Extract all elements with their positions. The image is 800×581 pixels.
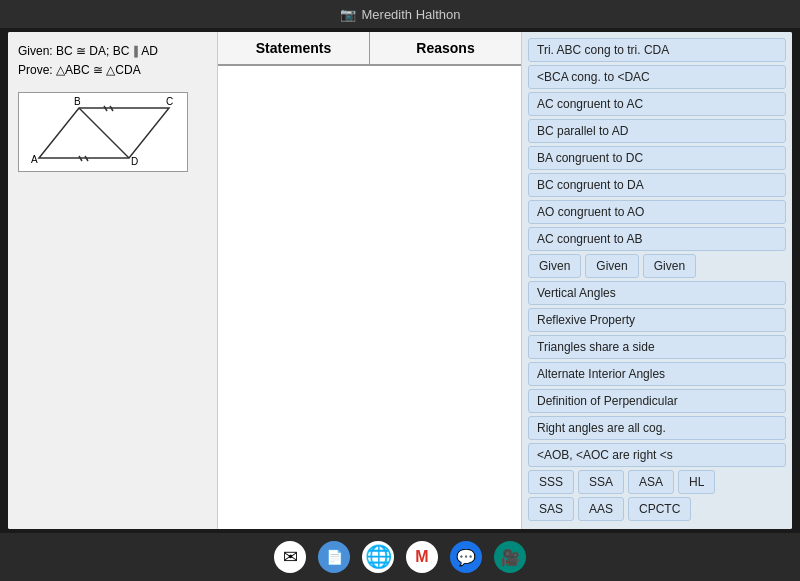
drag-item-aob-aoc[interactable]: <AOB, <AOC are right <s [528,443,786,467]
drag-item-ac-cong-ab[interactable]: AC congruent to AB [528,227,786,251]
table-body [218,66,521,529]
given-btn-2[interactable]: Given [585,254,638,278]
left-panel: Given: BC ≅ DA; BC ∥ AD Prove: △ABC ≅ △C… [8,32,218,529]
drag-item-triangles-share[interactable]: Triangles share a side [528,335,786,359]
drag-item-ba-cong-dc[interactable]: BA congruent to DC [528,146,786,170]
messages-icon[interactable]: 💬 [450,541,482,573]
docs-icon[interactable]: 📄 [318,541,350,573]
svg-text:B: B [74,96,81,107]
hl-btn[interactable]: HL [678,470,715,494]
drag-item-bc-parallel[interactable]: BC parallel to AD [528,119,786,143]
drag-item-ao-cong-ao[interactable]: AO congruent to AO [528,200,786,224]
sas-btn[interactable]: SAS [528,497,574,521]
meet-icon[interactable]: 🎥 [494,541,526,573]
drag-item-right-angles[interactable]: Right angles are all cog. [528,416,786,440]
right-panel: Tri. ABC cong to tri. CDA <BCA cong. to … [522,32,792,529]
table-header: Statements Reasons [218,32,521,66]
screen-area: Given: BC ≅ DA; BC ∥ AD Prove: △ABC ≅ △C… [8,32,792,529]
drag-item-bca[interactable]: <BCA cong. to <DAC [528,65,786,89]
drag-item-tri-abc[interactable]: Tri. ABC cong to tri. CDA [528,38,786,62]
drag-item-reflexive[interactable]: Reflexive Property [528,308,786,332]
top-bar: 📷 Meredith Halthon [0,0,800,28]
cpctc-btn[interactable]: CPCTC [628,497,691,521]
asa-btn[interactable]: ASA [628,470,674,494]
user-name: Meredith Halthon [362,7,461,22]
given-text: Given: BC ≅ DA; BC ∥ AD Prove: △ABC ≅ △C… [18,42,207,80]
cong-buttons-row1: SSS SSA ASA HL [528,470,786,494]
given-btn-1[interactable]: Given [528,254,581,278]
camera-icon: 📷 [340,7,356,22]
svg-line-1 [79,108,129,158]
diagram: B C A D [18,92,188,172]
table-area: Statements Reasons [218,32,522,529]
given-btn-3[interactable]: Given [643,254,696,278]
gmail2-icon[interactable]: M [406,541,438,573]
given-line2: Prove: △ABC ≅ △CDA [18,61,207,80]
drag-item-vertical[interactable]: Vertical Angles [528,281,786,305]
reasons-header: Reasons [370,32,521,64]
drag-item-ac-cong-ac[interactable]: AC congruent to AC [528,92,786,116]
drag-item-perp[interactable]: Definition of Perpendicular [528,389,786,413]
drag-item-alternate[interactable]: Alternate Interior Angles [528,362,786,386]
given-buttons-row: Given Given Given [528,254,786,278]
cong-buttons-row2: SAS AAS CPCTC [528,497,786,521]
taskbar: ✉ 📄 🌐 M 💬 🎥 [0,533,800,581]
gmail-icon[interactable]: ✉ [274,541,306,573]
statements-header: Statements [218,32,370,64]
chrome-icon[interactable]: 🌐 [362,541,394,573]
svg-text:A: A [31,154,38,165]
svg-text:C: C [166,96,173,107]
given-line1: Given: BC ≅ DA; BC ∥ AD [18,42,207,61]
sss-btn[interactable]: SSS [528,470,574,494]
svg-text:D: D [131,156,138,167]
drag-item-bc-cong-da[interactable]: BC congruent to DA [528,173,786,197]
aas-btn[interactable]: AAS [578,497,624,521]
ssa-btn[interactable]: SSA [578,470,624,494]
